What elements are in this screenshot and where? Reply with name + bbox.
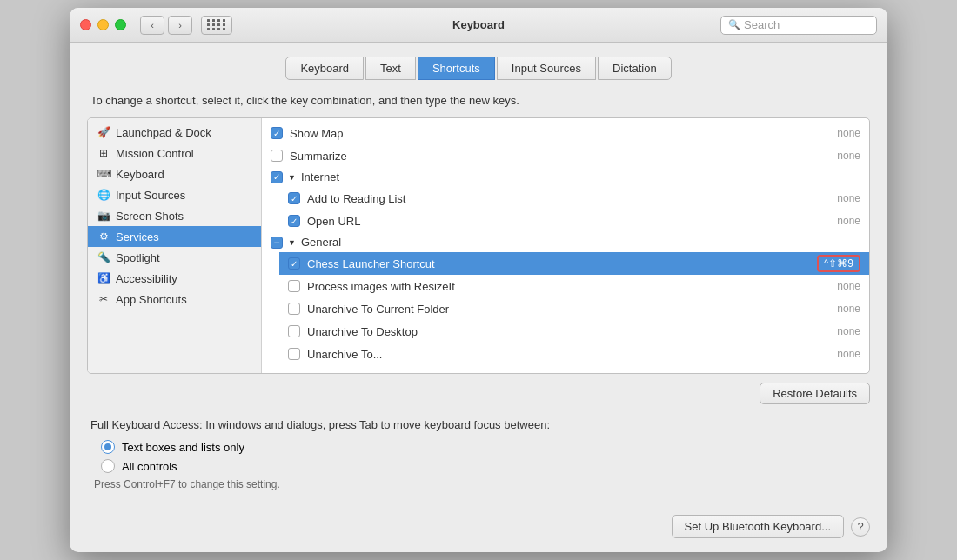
sidebar-label-launchpad: Launchpad & Dock	[116, 126, 211, 139]
restore-defaults-button[interactable]: Restore Defaults	[760, 383, 870, 404]
checkbox-internet[interactable]: ✓	[271, 171, 283, 183]
shortcuts-panel: ✓ Show Map none Summarize none ✓ ▼ Inter…	[262, 118, 869, 373]
tab-shortcuts[interactable]: Shortcuts	[418, 57, 495, 80]
shortcut-chess-launcher[interactable]: ✓ Chess Launcher Shortcut ^⇧⌘9	[279, 252, 869, 275]
search-icon: 🔍	[728, 19, 740, 30]
keyboard-icon: ⌨	[97, 167, 110, 181]
tab-dictation[interactable]: Dictation	[598, 57, 672, 80]
shortcut-unarchive-current[interactable]: Unarchive To Current Folder none	[279, 297, 869, 320]
sidebar-item-services[interactable]: ⚙ Services	[88, 226, 261, 247]
tab-text[interactable]: Text	[365, 57, 416, 80]
grid-button[interactable]	[201, 16, 232, 35]
sidebar-item-app-shortcuts[interactable]: ✂ App Shortcuts	[88, 289, 261, 310]
sidebar-item-launchpad[interactable]: 🚀 Launchpad & Dock	[88, 122, 261, 143]
checkbox-general[interactable]: −	[271, 237, 283, 249]
help-button[interactable]: ?	[851, 517, 870, 537]
launchpad-icon: 🚀	[97, 125, 110, 139]
radio-all-controls-circle[interactable]	[101, 459, 115, 473]
group-internet[interactable]: ✓ ▼ Internet	[262, 167, 869, 187]
radio-text-boxes-label: Text boxes and lists only	[122, 441, 244, 454]
maximize-button[interactable]	[115, 19, 126, 30]
checkbox-add-reading[interactable]: ✓	[288, 192, 300, 204]
keyboard-window: ‹ › Keyboard 🔍 Search Keyboard Text Shor…	[70, 8, 887, 552]
label-resize: Process images with ResizeIt	[307, 280, 830, 293]
sidebar: 🚀 Launchpad & Dock ⊞ Mission Control ⌨ K…	[88, 118, 262, 373]
minimize-button[interactable]	[97, 19, 109, 30]
forward-button[interactable]: ›	[168, 16, 192, 35]
restore-defaults-row: Restore Defaults	[87, 383, 870, 404]
instruction-text: To change a shortcut, select it, click t…	[90, 94, 870, 107]
shortcut-show-map[interactable]: ✓ Show Map none	[262, 122, 869, 144]
accessibility-icon: ♿	[97, 271, 110, 285]
key-show-map: none	[837, 127, 860, 139]
radio-group: Text boxes and lists only All controls	[101, 440, 867, 473]
label-general: General	[301, 236, 341, 249]
sidebar-label-accessibility: Accessibility	[116, 272, 177, 285]
sidebar-item-screen-shots[interactable]: 📷 Screen Shots	[88, 205, 261, 226]
app-shortcuts-icon: ✂	[97, 292, 110, 306]
checkbox-unarchive-to[interactable]	[288, 348, 300, 360]
shortcut-resize-it[interactable]: Process images with ResizeIt none	[279, 275, 869, 297]
key-unarchive-to: none	[837, 348, 860, 360]
bottom-section: Full Keyboard Access: In windows and dia…	[87, 418, 870, 490]
label-show-map: Show Map	[290, 127, 830, 140]
label-open-url: Open URL	[307, 215, 830, 228]
radio-all-controls[interactable]: All controls	[101, 459, 867, 473]
search-box[interactable]: 🔍 Search	[720, 16, 877, 35]
window-title: Keyboard	[452, 18, 505, 31]
search-placeholder: Search	[744, 18, 780, 31]
shortcut-summarize[interactable]: Summarize none	[262, 144, 869, 167]
expand-internet-icon: ▼	[288, 173, 296, 182]
radio-all-controls-label: All controls	[122, 460, 177, 473]
label-add-reading: Add to Reading List	[307, 192, 830, 205]
key-resize: none	[837, 280, 860, 292]
key-open-url: none	[837, 215, 860, 227]
shortcut-unarchive-to[interactable]: Unarchive To... none	[279, 343, 869, 365]
tab-keyboard[interactable]: Keyboard	[285, 57, 364, 80]
sidebar-label-services: Services	[116, 230, 159, 243]
tabs-bar: Keyboard Text Shortcuts Input Sources Di…	[87, 57, 870, 80]
checkbox-show-map[interactable]: ✓	[271, 127, 283, 139]
bluetooth-button[interactable]: Set Up Bluetooth Keyboard...	[672, 515, 844, 538]
fka-label: Full Keyboard Access: In windows and dia…	[90, 418, 867, 431]
label-summarize: Summarize	[290, 150, 830, 163]
checkbox-unarchive-current[interactable]	[288, 303, 300, 315]
expand-general-icon: ▼	[288, 238, 296, 247]
sidebar-label-keyboard: Keyboard	[116, 168, 164, 181]
label-internet: Internet	[301, 170, 339, 183]
sidebar-item-spotlight[interactable]: 🔦 Spotlight	[88, 247, 261, 268]
label-unarchive-current: Unarchive To Current Folder	[307, 303, 830, 316]
key-unarchive-desktop: none	[837, 325, 860, 337]
key-unarchive-current: none	[837, 303, 860, 315]
back-button[interactable]: ‹	[140, 16, 164, 35]
checkbox-resize[interactable]	[288, 280, 300, 292]
sidebar-item-accessibility[interactable]: ♿ Accessibility	[88, 268, 261, 289]
checkbox-summarize[interactable]	[271, 150, 283, 162]
group-general[interactable]: − ▼ General	[262, 232, 869, 252]
mission-control-icon: ⊞	[97, 146, 110, 160]
shortcut-add-reading[interactable]: ✓ Add to Reading List none	[279, 187, 869, 210]
checkbox-unarchive-desktop[interactable]	[288, 325, 300, 337]
shortcut-unarchive-desktop[interactable]: Unarchive To Desktop none	[279, 320, 869, 343]
sidebar-item-keyboard[interactable]: ⌨ Keyboard	[88, 163, 261, 184]
press-control-hint: Press Control+F7 to change this setting.	[94, 478, 867, 490]
key-summarize: none	[837, 150, 860, 162]
input-sources-icon: 🌐	[97, 188, 110, 202]
sidebar-item-input-sources[interactable]: 🌐 Input Sources	[88, 184, 261, 205]
shortcut-open-url[interactable]: ✓ Open URL none	[279, 210, 869, 232]
checkbox-chess[interactable]: ✓	[288, 257, 300, 270]
radio-text-boxes-circle[interactable]	[101, 440, 115, 454]
close-button[interactable]	[80, 19, 91, 30]
traffic-lights	[80, 19, 126, 30]
sidebar-label-spotlight: Spotlight	[116, 251, 160, 264]
tab-input-sources[interactable]: Input Sources	[497, 57, 596, 80]
window-footer: Set Up Bluetooth Keyboard... ?	[70, 504, 887, 552]
label-unarchive-to: Unarchive To...	[307, 348, 830, 361]
radio-text-boxes[interactable]: Text boxes and lists only	[101, 440, 867, 454]
sidebar-item-mission-control[interactable]: ⊞ Mission Control	[88, 143, 261, 163]
titlebar: ‹ › Keyboard 🔍 Search	[70, 8, 887, 43]
sidebar-label-screen-shots: Screen Shots	[116, 210, 184, 223]
sidebar-label-mission-control: Mission Control	[116, 147, 194, 160]
checkbox-open-url[interactable]: ✓	[288, 215, 300, 227]
key-add-reading: none	[837, 192, 860, 204]
